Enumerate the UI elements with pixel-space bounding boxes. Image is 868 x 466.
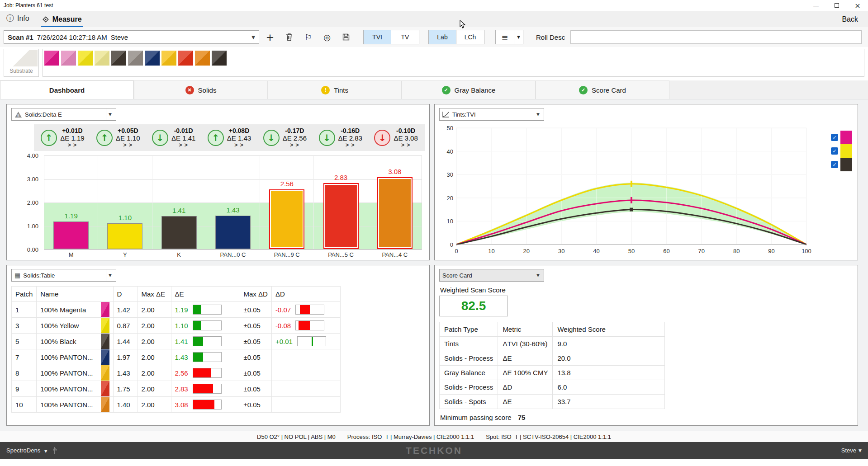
add-scan-button[interactable]: +	[262, 30, 278, 44]
color-patch[interactable]	[111, 51, 126, 66]
scan-select[interactable]: Scan #1 7/26/2024 10:27:18 AM Steve ▼	[4, 30, 259, 44]
delta-indicator[interactable]: ↓-0.10DΔE 3.08> >	[368, 127, 424, 148]
delta-indicator[interactable]: ↑+0.01DΔE 1.19> >	[35, 127, 90, 148]
tab-solids[interactable]: ✕Solids	[134, 80, 268, 99]
hamburger-icon: ≡	[496, 30, 514, 44]
solids-table-select[interactable]: ▦ Solids:Table ▼	[11, 269, 116, 282]
tvi-panel-select[interactable]: Tints:TVI ▼	[439, 108, 544, 121]
table-row[interactable]: Solids - ProcessΔD6.0	[440, 380, 665, 395]
svg-text:100: 100	[802, 248, 811, 254]
delta-e-panel-select[interactable]: E Solids:Delta E ▼	[11, 108, 116, 121]
bar[interactable]	[161, 216, 197, 249]
color-patch[interactable]	[44, 51, 59, 66]
delta-e-meter-fill	[193, 384, 213, 393]
table-row[interactable]: 8100% PANTON...1.432.002.56±0.05	[12, 365, 341, 381]
column-header[interactable]: Weighted Score	[553, 322, 665, 337]
toggle-lch[interactable]: LCh	[456, 30, 484, 44]
tab-measure[interactable]: Measure	[36, 15, 88, 27]
color-patch[interactable]	[212, 51, 227, 66]
delta-indicator[interactable]: ↑+0.08DΔE 1.43> >	[202, 127, 257, 148]
table-row[interactable]: TintsΔTVI (30-60%)9.0	[440, 337, 665, 351]
column-header[interactable]: D	[113, 287, 138, 302]
table-row[interactable]: 1100% Magenta1.422.001.19±0.05-0.07	[12, 302, 341, 318]
color-patch[interactable]	[78, 51, 93, 66]
tab-gray-balance[interactable]: ✓Gray Balance	[402, 80, 536, 99]
toggle-tvi[interactable]: TVI	[363, 30, 391, 44]
table-row[interactable]: Gray BalanceΔE 100% CMY13.8	[440, 366, 665, 380]
column-header[interactable]: ΔD	[271, 287, 340, 302]
more-link[interactable]: > >	[283, 142, 307, 148]
score-card-select[interactable]: Score Card ▼	[439, 269, 544, 282]
tab-score-card[interactable]: ✓Score Card	[536, 80, 669, 99]
bar[interactable]	[53, 221, 89, 249]
more-link[interactable]: > >	[227, 142, 251, 148]
bar[interactable]	[107, 223, 142, 249]
table-row[interactable]: 7100% PANTON...1.972.001.43±0.05	[12, 349, 341, 365]
legend-checkbox[interactable]: ✓	[831, 134, 838, 141]
table-row[interactable]: 9100% PANTON...1.752.002.83±0.05	[12, 381, 341, 397]
toggle-tv[interactable]: TV	[391, 30, 419, 44]
delta-d-cell	[271, 349, 340, 365]
density-value: 1.75	[113, 381, 138, 397]
flag-scan-button[interactable]: ⚐	[300, 30, 316, 44]
column-header[interactable]	[97, 287, 113, 302]
patch-swatch-cell	[97, 365, 113, 381]
bottom-bar: SpectroDens ▼ TECHKON Steve ▼	[0, 442, 868, 459]
device-selector[interactable]: SpectroDens ▼	[6, 447, 47, 454]
minimize-button[interactable]: —	[806, 0, 826, 11]
column-header[interactable]: Patch Type	[440, 322, 498, 337]
delta-indicator[interactable]: ↓-0.16DΔE 2.83> >	[313, 127, 368, 148]
delta-indicator[interactable]: ↓-0.17DΔE 2.56> >	[257, 127, 313, 148]
table-row[interactable]: Solids - SpotsΔE33.7	[440, 395, 665, 409]
table-row[interactable]: 10100% PANTON...1.402.003.08±0.05	[12, 397, 341, 413]
tab-tints[interactable]: !Tints	[268, 80, 402, 99]
column-header[interactable]: Max ΔE	[138, 287, 171, 302]
bar[interactable]	[323, 183, 359, 249]
arrow-up-icon: ↑	[96, 130, 113, 146]
more-link[interactable]: > >	[171, 142, 195, 148]
column-header[interactable]: Patch	[12, 287, 37, 302]
user-menu[interactable]: Steve ▼	[841, 447, 862, 454]
svg-text:90: 90	[768, 248, 774, 254]
save-button[interactable]	[338, 30, 354, 44]
column-header[interactable]: Metric	[498, 322, 553, 337]
close-button[interactable]: ×	[847, 0, 868, 11]
legend-checkbox[interactable]: ✓	[831, 161, 838, 168]
column-header[interactable]: Max ΔD	[240, 287, 271, 302]
color-patch[interactable]	[61, 51, 76, 66]
table-row[interactable]: Solids - ProcessΔE20.0	[440, 351, 665, 366]
column-header[interactable]: Name	[37, 287, 97, 302]
roll-desc-input[interactable]	[570, 30, 862, 44]
back-button[interactable]: Back	[842, 15, 868, 27]
bar[interactable]	[269, 189, 304, 249]
color-patch[interactable]	[145, 51, 160, 66]
maximize-button[interactable]	[826, 0, 847, 11]
more-link[interactable]: > >	[60, 142, 84, 148]
color-patch[interactable]	[178, 51, 193, 66]
more-link[interactable]: > >	[394, 142, 417, 148]
color-patch[interactable]	[128, 51, 143, 66]
tab-info[interactable]: ⓘ Info	[0, 13, 36, 27]
column-header[interactable]: ΔE	[171, 287, 240, 302]
table-row[interactable]: 3100% Yellow0.872.001.10±0.05-0.08	[12, 318, 341, 334]
target-view-button[interactable]: ◎	[319, 30, 335, 44]
color-patch[interactable]	[161, 51, 176, 66]
bar[interactable]	[377, 177, 413, 249]
weighted-score: 13.8	[553, 366, 665, 380]
color-patch[interactable]	[195, 51, 210, 66]
substrate-patch[interactable]: Substrate	[4, 49, 39, 77]
more-link[interactable]: > >	[116, 142, 140, 148]
bar[interactable]	[215, 216, 251, 249]
delete-scan-button[interactable]	[281, 30, 297, 44]
tab-dashboard[interactable]: Dashboard	[0, 80, 134, 99]
table-row[interactable]: 5100% Black1.442.001.41±0.05+0.01	[12, 334, 341, 349]
bar-category-label: PAN...5 C	[314, 251, 367, 258]
delta-indicator[interactable]: ↓-0.01DΔE 1.41> >	[146, 127, 202, 148]
color-patch[interactable]	[95, 51, 109, 66]
svg-text:20: 20	[447, 195, 453, 202]
options-menu-button[interactable]: ≡ ▼	[495, 30, 523, 44]
more-link[interactable]: > >	[338, 142, 362, 148]
delta-indicator[interactable]: ↑+0.05DΔE 1.10> >	[90, 127, 146, 148]
toggle-lab[interactable]: Lab	[428, 30, 456, 44]
legend-checkbox[interactable]: ✓	[831, 147, 838, 155]
